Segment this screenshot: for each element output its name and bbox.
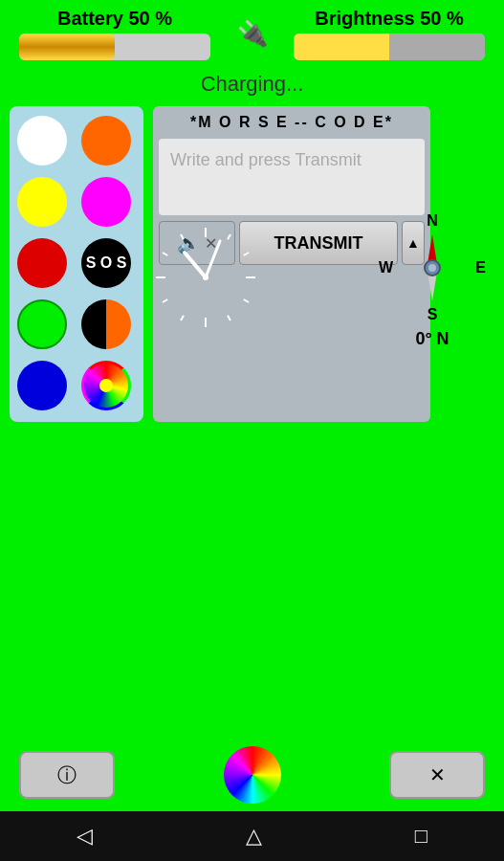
svg-line-1 xyxy=(228,234,230,239)
color-orange[interactable] xyxy=(81,116,131,166)
svg-line-5 xyxy=(228,316,230,320)
svg-line-13 xyxy=(206,241,220,277)
clock-area xyxy=(148,220,273,344)
compass-area: N S E W 0° N xyxy=(370,210,494,335)
svg-point-18 xyxy=(428,264,436,272)
info-icon: ⓘ xyxy=(57,762,77,788)
android-nav-bar: ◁ △ □ xyxy=(0,811,504,861)
rainbow-wheel-button[interactable] xyxy=(224,746,281,804)
svg-line-7 xyxy=(181,316,184,320)
compass-west-label: W xyxy=(379,259,393,276)
compass-rose: N S E W xyxy=(375,210,490,325)
morse-input-area[interactable]: Write and press Transmit xyxy=(159,139,425,215)
close-icon: ✕ xyxy=(429,763,446,786)
battery-fill xyxy=(19,33,115,60)
color-black-orange[interactable] xyxy=(81,299,131,349)
nav-back-button[interactable]: ◁ xyxy=(57,816,112,856)
compass-north-label: N xyxy=(427,212,438,230)
info-button[interactable]: ⓘ xyxy=(19,751,115,799)
color-yellow[interactable] xyxy=(17,177,67,227)
nav-home-button[interactable]: △ xyxy=(227,816,281,856)
morse-placeholder: Write and press Transmit xyxy=(170,150,362,169)
battery-bar xyxy=(19,33,210,60)
brightness-bar xyxy=(294,33,485,60)
bottom-buttons: ⓘ ✕ xyxy=(0,746,504,804)
color-rainbow[interactable] xyxy=(81,361,131,410)
color-sos[interactable]: S O S xyxy=(81,238,131,288)
compass-south-label: S xyxy=(427,306,438,323)
morse-title: *M O R S E -- C O D E* xyxy=(153,106,430,139)
brightness-fill xyxy=(294,33,485,60)
brightness-label: Brightness 50 % xyxy=(315,8,464,30)
compass-east-label: E xyxy=(475,259,486,276)
svg-line-12 xyxy=(185,253,206,277)
color-white[interactable] xyxy=(17,116,67,166)
color-red[interactable] xyxy=(17,238,67,288)
color-green[interactable] xyxy=(17,299,67,349)
svg-line-10 xyxy=(163,253,167,255)
color-panel: S O S xyxy=(10,106,143,422)
compass-heading: 0° N xyxy=(415,329,449,349)
svg-line-4 xyxy=(244,299,249,302)
battery-section: Battery 50 % xyxy=(19,8,210,60)
color-blue[interactable] xyxy=(17,361,67,410)
svg-line-8 xyxy=(163,299,167,302)
svg-point-14 xyxy=(203,275,208,280)
brightness-section: Brightness 50 % xyxy=(294,8,485,60)
clock-face xyxy=(148,220,263,335)
close-button[interactable]: ✕ xyxy=(389,751,485,799)
svg-line-11 xyxy=(181,234,184,239)
battery-label: Battery 50 % xyxy=(57,8,172,30)
svg-line-2 xyxy=(244,253,249,255)
charging-plug-icon: 🔌 xyxy=(237,19,268,49)
nav-recents-button[interactable]: □ xyxy=(396,816,447,856)
charging-status: Charging... xyxy=(0,72,504,97)
color-magenta[interactable] xyxy=(81,177,131,227)
